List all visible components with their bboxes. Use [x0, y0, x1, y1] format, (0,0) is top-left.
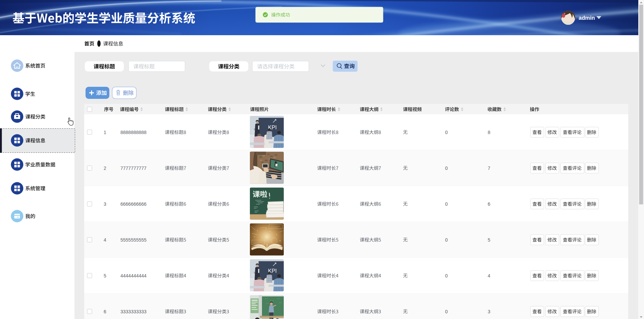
svg-text:5: 5: [488, 237, 490, 243]
svg-text:admin: admin: [579, 15, 595, 21]
svg-text:4: 4: [104, 237, 106, 243]
svg-text:8888888888: 8888888888: [120, 130, 147, 135]
svg-text:8: 8: [488, 130, 490, 135]
svg-text:7777777777: 7777777777: [120, 166, 147, 171]
svg-text:2: 2: [104, 166, 106, 171]
svg-text:6666666666: 6666666666: [120, 201, 147, 207]
svg-text:0: 0: [445, 201, 448, 207]
svg-text:4: 4: [488, 273, 490, 278]
svg-text:7: 7: [488, 166, 490, 171]
svg-text:3: 3: [104, 201, 106, 207]
svg-text:6: 6: [104, 309, 106, 314]
svg-text:4444444444: 4444444444: [120, 273, 147, 278]
svg-text:5555555555: 5555555555: [120, 237, 147, 243]
svg-text:3: 3: [488, 309, 490, 314]
svg-text:1: 1: [104, 130, 106, 135]
svg-text:0: 0: [445, 130, 448, 135]
svg-text:0: 0: [445, 273, 448, 278]
svg-text:3333333333: 3333333333: [120, 309, 147, 314]
svg-text:0: 0: [445, 166, 448, 171]
svg-text:5: 5: [104, 273, 106, 278]
svg-text:0: 0: [445, 309, 448, 314]
svg-text:6: 6: [488, 201, 490, 207]
svg-text:0: 0: [445, 237, 448, 243]
